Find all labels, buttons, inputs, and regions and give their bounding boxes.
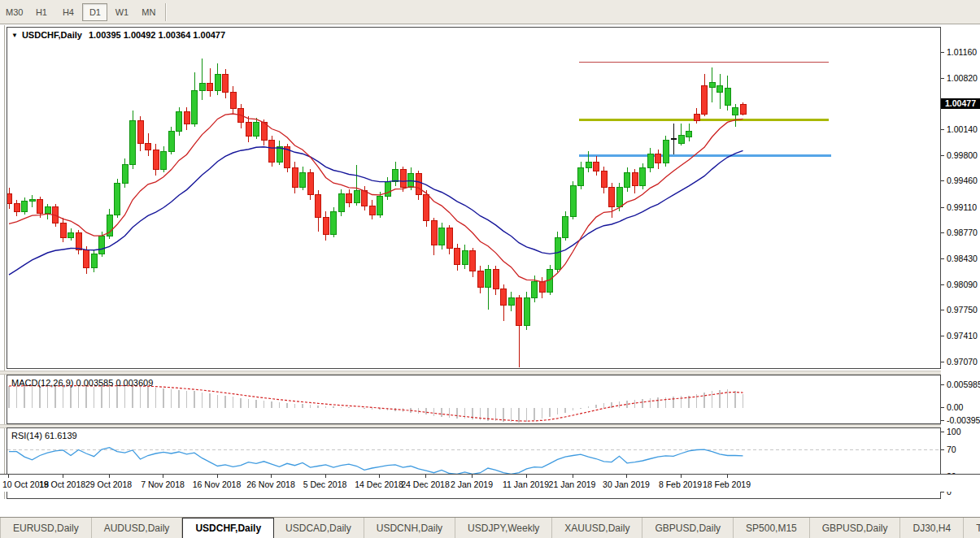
price-tick-label: 0.99110 (947, 202, 977, 212)
candle-bull (709, 82, 715, 88)
candle-bull (586, 162, 591, 167)
candle-bear (416, 174, 421, 195)
candle-bear (84, 249, 89, 267)
macd-panel[interactable]: MACD(12,26,9) 0.003585 0.003609 (7, 375, 941, 424)
candle-bull (168, 132, 174, 151)
candle-bear (369, 206, 375, 215)
candle-bull (130, 121, 136, 165)
chart-tab-usdcad-daily[interactable]: USDCAD,Daily (273, 518, 364, 538)
candle-bull (161, 151, 167, 169)
date-label: 2 Jan 2019 (451, 479, 493, 489)
candle-bull (616, 188, 622, 207)
candle-bear (477, 271, 483, 287)
chart-tab-sp500-m15[interactable]: SP500,M15 (734, 518, 810, 538)
chart-ohlc-values: 1.00395 1.00492 1.00364 1.00477 (89, 30, 225, 40)
date-tick (526, 475, 527, 478)
candle-bull (277, 146, 282, 162)
date-tick (573, 475, 573, 478)
candle-bear (702, 86, 708, 114)
chart-tab-gbpusd-daily[interactable]: GBPUSD,Daily (810, 518, 901, 538)
date-tick (163, 475, 163, 478)
date-tick (325, 475, 326, 478)
candle-bear (316, 195, 321, 218)
price-chart-panel[interactable]: ▼USDCHF,Daily1.00395 1.00492 1.00364 1.0… (7, 27, 941, 369)
rsi-line (9, 448, 743, 475)
price-tick-label-tick (941, 258, 944, 259)
current-price-label: 1.00477 (941, 98, 980, 109)
chart-tab-audusd-daily[interactable]: AUDUSD,Daily (92, 518, 183, 538)
candle-bear (694, 114, 699, 120)
macd-axis-label: 0.005985 (947, 380, 980, 389)
candle-bear (539, 281, 545, 292)
date-label: 7 Nov 2018 (141, 479, 185, 489)
price-tick-label-tick (941, 207, 944, 208)
candle-bull (338, 193, 344, 211)
candle-bear (400, 169, 406, 187)
candle-bull (99, 236, 105, 254)
candle-bull (678, 135, 684, 143)
candle-bear (223, 74, 229, 92)
chart-symbol-label: USDCHF,Daily (22, 30, 82, 40)
timeframe-toolbar: M30H1H4D1W1MN (0, 0, 980, 24)
date-tick (109, 475, 110, 478)
candle-bull (717, 85, 723, 92)
date-label: 24 Dec 2018 (401, 479, 450, 489)
candle-bull (122, 165, 128, 183)
chart-tab-tech100[interactable]: TECH100, (964, 518, 980, 538)
candle-bull (377, 197, 383, 215)
candle-bear (501, 289, 507, 305)
symbol-dropdown-icon[interactable]: ▼ (11, 32, 18, 39)
timeframe-button-w1[interactable]: W1 (109, 3, 134, 21)
price-tick-label-tick (941, 284, 944, 285)
macd-signal-line (9, 386, 743, 421)
candle-bull (254, 123, 259, 137)
timeframe-button-mn[interactable]: MN (136, 3, 161, 21)
price-tick-label-tick (941, 78, 944, 79)
chart-tab-usdchf-daily[interactable]: USDCHF,Daily (182, 518, 274, 538)
candle-bull (486, 269, 491, 287)
timeframe-button-h4[interactable]: H4 (55, 3, 81, 21)
chart-tab-usdcnh-daily[interactable]: USDCNH,Daily (364, 518, 455, 538)
chart-tab-xauusd-daily[interactable]: XAUUSD,Daily (552, 518, 642, 538)
price-tick-label: 0.99460 (947, 176, 978, 185)
candle-bull (331, 211, 337, 234)
candle-bear (207, 83, 213, 90)
price-tick-label: 0.98430 (947, 254, 978, 263)
candle-bear (184, 112, 189, 124)
candle-bull (725, 89, 730, 105)
candle-bull (300, 172, 306, 188)
date-label: 8 Feb 2019 (659, 479, 702, 489)
date-axis: 10 Oct 201819 Oct 201829 Oct 20187 Nov 2… (0, 474, 980, 492)
candle-bull (686, 132, 692, 137)
price-tick-label: 0.99800 (947, 150, 978, 160)
price-tick-label: 0.97410 (947, 331, 978, 341)
chart-tab-gbpusd-daily[interactable]: GBPUSD,Daily (642, 518, 734, 538)
timeframe-button-d1[interactable]: D1 (82, 3, 107, 21)
chart-tab-eurusd-daily[interactable]: EURUSD,Daily (1, 518, 92, 538)
candle-bull (524, 298, 529, 326)
timeframe-button-h1[interactable]: H1 (28, 3, 54, 21)
candle-bear (362, 190, 368, 206)
price-tick-label-tick (941, 155, 944, 156)
timeframe-button-m30[interactable]: M30 (2, 3, 27, 21)
date-tick (472, 475, 473, 478)
candle-bull (68, 233, 74, 238)
candle-bear (516, 298, 522, 326)
candle-bull (29, 200, 35, 202)
candle-bull (91, 254, 97, 268)
candle-bull (393, 169, 399, 181)
date-tick (8, 475, 9, 478)
chart-tab-dj30-h4[interactable]: DJ30,H4 (900, 518, 964, 538)
rsi-axis-label-tick (941, 492, 944, 492)
date-tick (425, 475, 426, 478)
candle-bear (37, 200, 43, 214)
macd-axis-label-tick (941, 407, 944, 408)
candle-bear (292, 167, 298, 187)
chart-tab-usdjpy-weekly[interactable]: USDJPY,Weekly (455, 518, 552, 538)
candle-bull (199, 83, 205, 90)
date-label: 19 Oct 2018 (39, 479, 85, 489)
price-axis: 1.00477 1.011601.008201.001400.998000.99… (941, 25, 980, 499)
candle-bear (76, 233, 81, 249)
macd-axis-label: -0.003954 (947, 415, 980, 425)
candlestick-chart[interactable] (7, 28, 942, 370)
